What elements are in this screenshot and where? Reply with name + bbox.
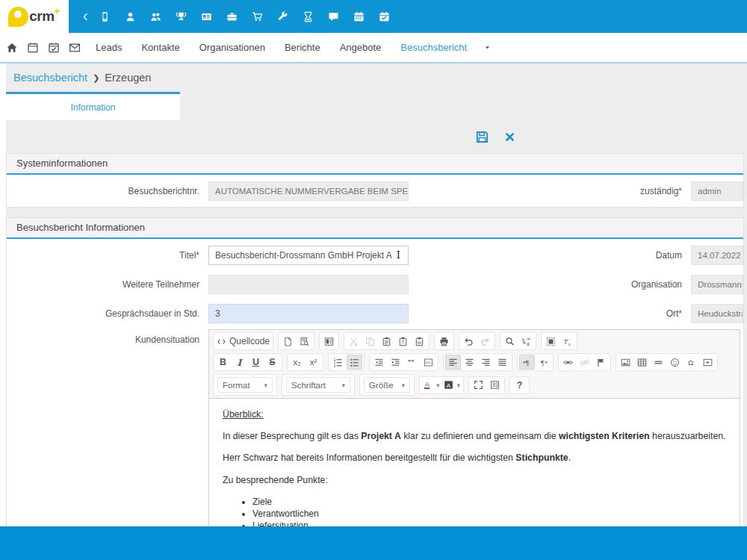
datum-field[interactable]: 14.07.2022 xyxy=(691,246,743,265)
cut-icon[interactable] xyxy=(346,334,362,349)
rtl-icon[interactable]: ¶ xyxy=(536,355,551,370)
outdent-icon xyxy=(374,358,384,367)
align-left-icon[interactable] xyxy=(445,355,461,370)
image-icon[interactable] xyxy=(618,355,633,370)
anchor-icon[interactable] xyxy=(593,355,609,370)
templates-icon[interactable] xyxy=(321,334,337,349)
titel-field[interactable]: Besuchsbericht-Drossmann GmbH Projekt AI xyxy=(208,246,409,265)
paste-word-icon[interactable]: W xyxy=(412,334,427,349)
mobile-icon[interactable] xyxy=(99,11,111,22)
calendar-icon[interactable] xyxy=(353,11,365,22)
section-title-report: Besuchsbericht Informationen xyxy=(7,218,743,239)
replace-icon[interactable]: ba xyxy=(518,334,534,349)
italic-icon[interactable]: I xyxy=(232,355,247,370)
align-center-icon[interactable] xyxy=(462,355,477,370)
align-justify-icon[interactable] xyxy=(495,355,510,370)
nav-item-angebote[interactable]: Angebote xyxy=(340,42,382,53)
size-select[interactable]: Größe▾ xyxy=(364,377,410,393)
envelope-icon[interactable] xyxy=(69,42,81,54)
wrench-icon[interactable] xyxy=(277,11,288,22)
superscript-icon[interactable]: x² xyxy=(306,355,321,370)
bullet-list-icon[interactable] xyxy=(347,355,362,370)
tab-information[interactable]: Information xyxy=(6,92,180,120)
comment-icon[interactable] xyxy=(328,11,339,22)
smiley-icon[interactable] xyxy=(667,355,683,370)
hourglass-icon[interactable] xyxy=(303,11,314,22)
subscript-icon[interactable]: x₂ xyxy=(289,355,305,370)
blockquote-icon[interactable]: ”” xyxy=(404,355,420,370)
new-page-icon[interactable] xyxy=(280,334,296,349)
nav-item-leads[interactable]: Leads xyxy=(96,42,122,53)
trophy-icon[interactable] xyxy=(176,11,187,22)
calendar-check-outline-icon[interactable] xyxy=(48,42,60,54)
chevron-left-icon[interactable] xyxy=(81,12,90,22)
user-icon[interactable] xyxy=(125,11,136,22)
briefcase-icon[interactable] xyxy=(226,11,238,22)
numbered-list-icon: 123 xyxy=(333,358,343,367)
bold-icon[interactable]: B xyxy=(215,355,231,370)
nav-more-caret-icon[interactable] xyxy=(483,43,492,52)
maximize-icon[interactable] xyxy=(471,378,486,393)
print-icon[interactable] xyxy=(436,334,452,349)
nav-item-besuchsbericht[interactable]: Besuchsbericht xyxy=(400,42,467,53)
weitere-teilnehmer-field[interactable] xyxy=(208,275,409,294)
specialchar-icon[interactable]: Ω xyxy=(684,355,699,370)
align-right-icon[interactable] xyxy=(478,355,494,370)
text-color-icon[interactable]: A▾ xyxy=(421,378,441,393)
nav-item-kontakte[interactable]: Kontakte xyxy=(141,42,179,53)
source-icon[interactable]: Quellcode xyxy=(215,334,271,349)
organisation-field[interactable]: Drossmann GmbH xyxy=(691,275,743,294)
find-icon[interactable] xyxy=(502,334,518,349)
preview-icon[interactable] xyxy=(297,334,312,349)
format-select[interactable]: Format▾ xyxy=(217,377,273,393)
ltr-icon: ¶ xyxy=(522,358,532,367)
table-icon[interactable] xyxy=(634,355,650,370)
ort-field[interactable]: Heuduckstraße xyxy=(691,304,743,323)
nav-item-berichte[interactable]: Berichte xyxy=(285,42,320,53)
zustaendig-field[interactable]: admin xyxy=(691,181,743,201)
paste-text-icon[interactable]: T xyxy=(395,334,411,349)
calendar-outline-icon[interactable] xyxy=(27,42,39,54)
save-button[interactable] xyxy=(475,130,489,144)
select-all-icon[interactable] xyxy=(543,334,559,349)
copy-icon[interactable] xyxy=(362,334,378,349)
cart-icon[interactable] xyxy=(252,11,263,22)
font-select[interactable]: Schriftart▾ xyxy=(286,377,350,393)
toolbar-group: ””DIV xyxy=(369,353,438,371)
about-icon[interactable]: ? xyxy=(512,378,527,393)
idcard-icon[interactable] xyxy=(201,11,212,22)
indent-icon[interactable] xyxy=(388,355,403,370)
hr-icon[interactable] xyxy=(651,355,666,370)
undo-icon[interactable] xyxy=(461,334,477,349)
outdent-icon[interactable] xyxy=(371,355,387,370)
div-icon[interactable]: DIV xyxy=(421,355,436,370)
ort-label: Ort* xyxy=(409,308,691,319)
unlink-icon xyxy=(580,358,589,367)
gespraechsdauer-field[interactable]: 3 xyxy=(208,304,409,323)
numbered-list-icon[interactable]: 123 xyxy=(330,355,346,370)
strike-icon[interactable]: S xyxy=(264,355,280,370)
redo-icon[interactable] xyxy=(477,334,493,349)
toolbar-group xyxy=(434,332,454,350)
app-logo[interactable]: crm + xyxy=(0,0,69,33)
users-icon[interactable] xyxy=(150,11,161,22)
ltr-icon[interactable]: ¶ xyxy=(519,355,535,370)
remove-format-icon[interactable]: Tx xyxy=(560,334,575,349)
link-icon[interactable] xyxy=(560,355,576,370)
datum-label: Datum xyxy=(409,250,691,261)
replace-icon: ba xyxy=(521,337,531,346)
home-icon[interactable] xyxy=(6,42,18,54)
nav-item-organisationen[interactable]: Organisationen xyxy=(199,42,265,53)
unlink-icon[interactable] xyxy=(577,355,592,370)
breadcrumb-parent[interactable]: Besuchsbericht xyxy=(13,72,87,84)
underline-icon[interactable]: U xyxy=(248,355,264,370)
besuchsberichtnr-label: Besuchsberichtnr. xyxy=(7,186,208,196)
close-button[interactable] xyxy=(504,131,515,143)
bg-color-icon[interactable]: A▾ xyxy=(442,378,462,393)
calendar-check-icon[interactable] xyxy=(379,11,390,22)
show-blocks-icon[interactable] xyxy=(487,378,503,393)
besuchsberichtnr-field[interactable]: AUTOMATISCHE NUMMERVERGABE BEIM SPEICHER… xyxy=(208,181,409,201)
paste-icon[interactable] xyxy=(379,334,394,349)
iframe-icon[interactable] xyxy=(700,355,716,370)
remove-format-icon: Tx xyxy=(562,337,572,346)
